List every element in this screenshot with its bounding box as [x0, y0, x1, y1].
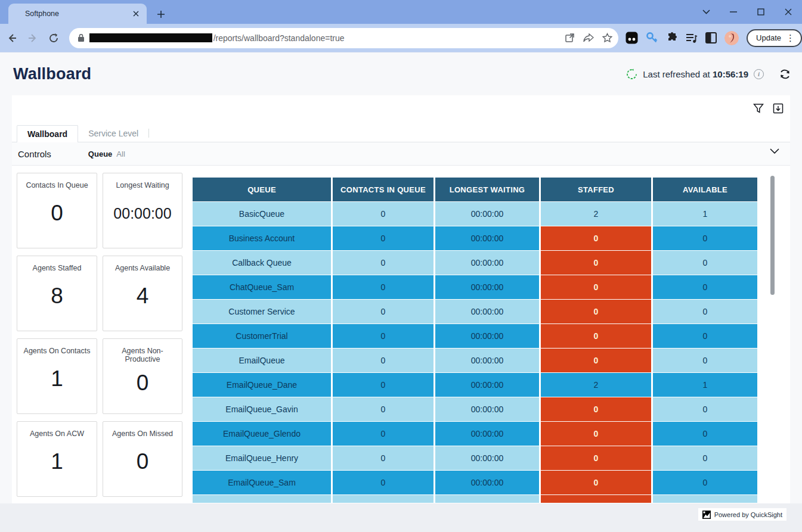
forward-button[interactable]	[23, 29, 42, 48]
table-cell[interactable]: 0	[333, 300, 433, 323]
kpi-card[interactable]: Agents On Contacts 1	[17, 338, 97, 414]
export-icon[interactable]	[772, 102, 784, 114]
profile-avatar[interactable]	[724, 31, 739, 45]
tab-wallboard[interactable]: Wallboard	[17, 125, 78, 142]
table-cell[interactable]: 0	[541, 324, 651, 348]
table-cell[interactable]: 0	[541, 300, 651, 323]
close-window-button[interactable]	[775, 0, 802, 24]
table-cell[interactable]: Business Account	[193, 226, 331, 250]
kpi-card[interactable]: Agents Non-Productive 0	[103, 338, 182, 414]
table-cell[interactable]: 00:00:00	[435, 251, 539, 275]
table-cell[interactable]: 00:00:00	[435, 446, 539, 470]
table-cell[interactable]: 0	[653, 349, 757, 372]
table-cell[interactable]: 0	[541, 397, 651, 421]
table-cell[interactable]: 0	[333, 373, 433, 397]
table-cell[interactable]: 0	[333, 202, 433, 226]
browser-tab[interactable]: Softphone	[8, 4, 147, 24]
table-cell[interactable]: 0	[333, 226, 433, 250]
table-cell[interactable]: 00:00:00	[435, 373, 539, 397]
column-header[interactable]: CONTACTS IN QUEUE	[333, 178, 433, 201]
table-cell[interactable]: 0	[653, 446, 757, 470]
table-cell[interactable]: CustomerTrial	[193, 324, 331, 348]
table-cell[interactable]: 00:00:00	[435, 202, 539, 226]
table-cell[interactable]: BasicQueue	[193, 202, 331, 226]
url-bar[interactable]: /reports/wallboard?standalone=true	[69, 28, 618, 48]
table-cell[interactable]: 00:00:00	[435, 349, 539, 372]
kpi-card[interactable]: Longest Waiting 00:00:00	[103, 173, 182, 248]
column-header[interactable]: STAFFED	[541, 178, 651, 201]
table-cell[interactable]: 2	[541, 202, 651, 226]
queue-filter-value[interactable]: All	[116, 150, 125, 158]
table-cell[interactable]: 00:00:00	[435, 275, 539, 299]
column-header[interactable]: AVAILABLE	[653, 178, 757, 201]
table-cell[interactable]: 0	[333, 422, 433, 446]
table-cell[interactable]: 0	[333, 251, 433, 275]
table-cell[interactable]: 0	[541, 422, 651, 446]
table-cell[interactable]: EmailQueue_Dane	[193, 373, 331, 397]
lock-icon[interactable]	[78, 33, 85, 42]
table-cell[interactable]: 1	[653, 202, 757, 226]
kpi-card[interactable]: Agents On Missed 0	[103, 421, 182, 497]
new-tab-button[interactable]	[154, 7, 168, 21]
table-cell[interactable]: EmailQueue	[193, 349, 331, 372]
tab-close-icon[interactable]	[131, 9, 141, 18]
table-cell[interactable]: EmailQueue_Sam	[193, 471, 331, 494]
table-cell[interactable]: 0	[541, 226, 651, 250]
refresh-button[interactable]	[779, 68, 791, 80]
browser-menu-icon[interactable]: ⋮	[784, 33, 797, 43]
open-in-new-icon[interactable]	[565, 33, 575, 43]
maximize-button[interactable]	[747, 0, 775, 24]
table-cell[interactable]: EmailQueue_Henry	[193, 446, 331, 470]
table-cell[interactable]: 0	[333, 397, 433, 421]
extensions-puzzle-icon[interactable]	[666, 32, 678, 44]
filter-icon[interactable]	[753, 102, 764, 114]
table-cell[interactable]: 0	[653, 300, 757, 323]
table-cell[interactable]: 0	[653, 471, 757, 494]
table-cell[interactable]: Customer Service	[193, 300, 331, 323]
table-cell[interactable]: 0	[333, 349, 433, 372]
tab-service-level[interactable]: Service Level	[78, 125, 148, 142]
table-cell[interactable]: 0	[541, 349, 651, 372]
kpi-card[interactable]: Agents On ACW 1	[17, 421, 97, 497]
table-cell[interactable]: 0	[541, 495, 651, 503]
table-cell[interactable]: 0	[653, 397, 757, 421]
table-cell[interactable]: ChatQueue_Sam	[193, 275, 331, 299]
table-cell[interactable]: 0	[653, 422, 757, 446]
table-cell[interactable]: Callback Queue	[193, 251, 331, 275]
table-cell[interactable]: 0	[653, 324, 757, 348]
table-cell[interactable]: 0	[333, 275, 433, 299]
table-cell[interactable]: EmailQueue_Glendo	[193, 422, 331, 446]
key-extension-icon[interactable]	[646, 32, 658, 44]
bookmark-star-icon[interactable]	[602, 33, 612, 43]
table-cell[interactable]: 0	[333, 495, 433, 503]
kpi-card[interactable]: Agents Staffed 8	[17, 256, 97, 331]
tab-search-icon[interactable]	[692, 0, 720, 24]
table-cell[interactable]: EmailQueue_T	[193, 495, 331, 503]
table-cell[interactable]: 0	[541, 446, 651, 470]
extension-dots-icon[interactable]	[626, 32, 638, 44]
controls-collapse-icon[interactable]	[770, 148, 779, 154]
table-cell[interactable]: 00:00:00	[435, 300, 539, 323]
table-cell[interactable]: 0	[333, 324, 433, 348]
table-cell[interactable]: 00:00:00	[435, 422, 539, 446]
table-cell[interactable]: 00:00:00	[435, 226, 539, 250]
table-cell[interactable]: 00:00:00	[435, 324, 539, 348]
table-cell[interactable]: 0	[653, 275, 757, 299]
table-cell[interactable]: 0	[653, 226, 757, 250]
back-button[interactable]	[2, 29, 21, 48]
table-cell[interactable]: EmailQueue_Gavin	[193, 397, 331, 421]
table-cell[interactable]: 2	[541, 373, 651, 397]
info-icon[interactable]: i	[754, 69, 764, 79]
kpi-card[interactable]: Agents Available 4	[103, 256, 182, 331]
minimize-button[interactable]	[720, 0, 747, 24]
table-cell[interactable]: 0	[541, 471, 651, 494]
kpi-card[interactable]: Contacts In Queue 0	[17, 173, 97, 248]
update-button[interactable]: Update ⋮	[747, 29, 802, 47]
column-header[interactable]: QUEUE	[193, 178, 331, 201]
table-scrollbar[interactable]	[770, 176, 775, 295]
table-cell[interactable]: 0	[653, 251, 757, 275]
table-cell[interactable]: 0	[333, 446, 433, 470]
reload-button[interactable]	[44, 29, 63, 48]
table-cell[interactable]: 00:00:00	[435, 397, 539, 421]
table-cell[interactable]: 00:00:00	[435, 471, 539, 494]
